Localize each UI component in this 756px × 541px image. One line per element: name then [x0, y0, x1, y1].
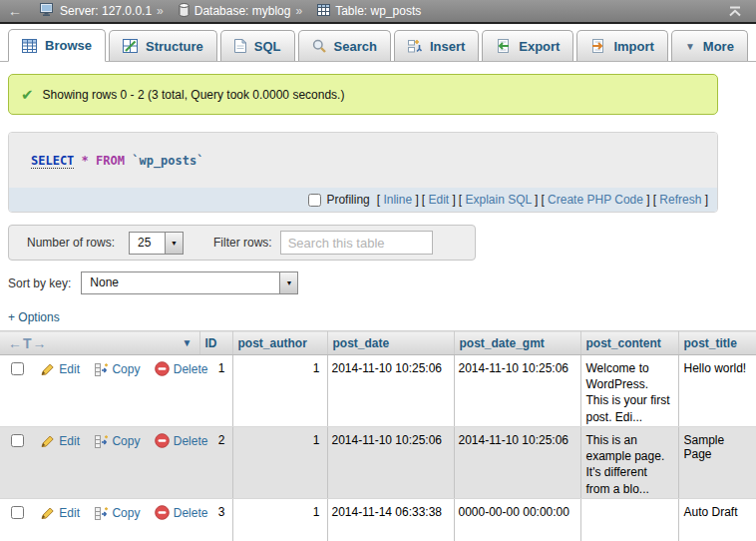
sort-caret-icon[interactable]: ▼	[183, 337, 192, 348]
column-header-post-author[interactable]: post_author	[232, 331, 327, 355]
breadcrumb-separator: »	[295, 4, 302, 18]
search-icon	[312, 39, 326, 53]
header-actions-cell: ←T→ ▼	[0, 331, 199, 355]
query-link-php-wrap: Create PHP Code	[541, 193, 649, 207]
delete-row-link[interactable]: Delete	[174, 434, 208, 448]
tab-structure[interactable]: Structure	[109, 30, 217, 61]
cell-post-author: 1	[232, 427, 327, 499]
edit-row-link[interactable]: Edit	[59, 362, 80, 376]
column-header-post-date[interactable]: post_date	[327, 331, 454, 355]
column-header-post-date-gmt[interactable]: post_date_gmt	[454, 331, 580, 355]
cell-post-date: 2014-11-10 10:25:06	[327, 427, 454, 499]
select-caret-icon: ▼	[165, 233, 183, 254]
column-order-icon[interactable]: ←T→	[8, 335, 48, 351]
row-actions-cell: Edit Copy Delete	[0, 355, 199, 427]
row-checkbox[interactable]	[11, 434, 24, 447]
filter-search-input[interactable]	[280, 231, 433, 255]
create-php-code-link[interactable]: Create PHP Code	[548, 193, 643, 207]
delete-row-icon	[155, 361, 170, 379]
breadcrumb-table[interactable]: Table: wp_posts	[317, 4, 421, 19]
copy-row-link[interactable]: Copy	[112, 434, 140, 448]
number-of-rows-label: Number of rows:	[27, 236, 115, 250]
tab-sql[interactable]: SQL	[220, 30, 295, 61]
cell-post-date-gmt: 0000-00-00 00:00:00	[454, 499, 580, 541]
edit-pencil-icon	[40, 507, 55, 523]
row-checkbox[interactable]	[11, 506, 24, 519]
row-checkbox[interactable]	[11, 362, 24, 375]
query-link-refresh-wrap: Refresh	[653, 193, 708, 207]
table-header-row: ←T→ ▼ ID post_author post_date post_date…	[0, 331, 756, 355]
breadcrumb-separator: »	[157, 4, 164, 18]
delete-row-link[interactable]: Delete	[174, 362, 208, 376]
edit-query-link[interactable]: Edit	[428, 193, 449, 207]
sql-keyword-from: FROM	[96, 154, 125, 168]
collapse-panel-icon[interactable]	[728, 6, 742, 17]
edit-pencil-icon	[40, 363, 55, 379]
copy-row-link[interactable]: Copy	[112, 506, 140, 520]
sql-table-name: `wp_posts`	[132, 154, 203, 168]
query-link-explain-wrap: Explain SQL	[459, 193, 539, 207]
tab-more[interactable]: ▼ More	[671, 30, 748, 61]
results-table: ←T→ ▼ ID post_author post_date post_date…	[0, 330, 756, 541]
tab-search[interactable]: Search	[298, 30, 391, 61]
column-header-post-title[interactable]: post_title	[678, 331, 756, 355]
refresh-link[interactable]: Refresh	[659, 193, 701, 207]
sql-star: *	[82, 154, 89, 168]
delete-row-link[interactable]: Delete	[174, 506, 208, 520]
tab-insert[interactable]: Insert	[394, 30, 479, 61]
cell-post-date: 2014-11-14 06:33:38	[327, 499, 454, 541]
query-toolbar: Profiling Inline Edit Explain SQL Create…	[9, 188, 717, 212]
sql-query-text: SELECT * FROM `wp_posts`	[9, 133, 717, 188]
options-toggle[interactable]: + Options	[8, 310, 756, 324]
column-header-id[interactable]: ID	[199, 331, 232, 355]
column-header-post-content[interactable]: post_content	[580, 331, 678, 355]
inline-link[interactable]: Inline	[383, 193, 412, 207]
cell-post-author: 1	[232, 355, 327, 427]
status-message-text: Showing rows 0 - 2 (3 total, Query took …	[43, 88, 345, 102]
copy-row-icon	[94, 507, 108, 523]
tab-export[interactable]: Export	[482, 30, 573, 61]
export-icon	[496, 39, 511, 53]
copy-row-link[interactable]: Copy	[112, 362, 140, 376]
cell-post-author: 1	[232, 499, 327, 541]
sql-query-box: SELECT * FROM `wp_posts` Profiling Inlin…	[8, 132, 718, 213]
delete-row-icon	[155, 433, 170, 451]
sort-by-key-label: Sort by key:	[8, 276, 71, 290]
delete-row-icon	[155, 505, 170, 523]
tab-browse[interactable]: Browse	[8, 29, 106, 62]
cell-post-content	[580, 499, 678, 541]
table-icon	[317, 4, 330, 19]
profiling-checkbox[interactable]	[308, 194, 321, 207]
filter-rows-label: Filter rows:	[213, 236, 272, 250]
cell-post-date-gmt: 2014-11-10 10:25:06	[454, 355, 580, 427]
import-icon	[590, 39, 605, 53]
tab-import[interactable]: Import	[576, 30, 667, 61]
more-caret-icon: ▼	[685, 41, 695, 52]
explain-sql-link[interactable]: Explain SQL	[466, 193, 532, 207]
profiling-label: Profiling	[326, 193, 369, 207]
copy-row-icon	[94, 435, 108, 451]
row-actions-cell: Edit Copy Delete	[0, 499, 199, 541]
breadcrumb-database[interactable]: Database: myblog	[179, 3, 291, 20]
edit-row-link[interactable]: Edit	[59, 434, 80, 448]
breadcrumb-server[interactable]: Server: 127.0.0.1	[40, 3, 152, 19]
query-link-edit-wrap: Edit	[422, 193, 456, 207]
breadcrumb-bar: ← Server: 127.0.0.1 » Database: myblog »…	[0, 0, 756, 24]
sort-by-key-select[interactable]: None ▼	[81, 271, 298, 294]
table-row: Edit Copy Delete 3 1 2014-11-14 06:33:38…	[0, 499, 756, 541]
number-of-rows-select[interactable]: 25 ▼	[129, 232, 184, 255]
insert-icon	[408, 39, 422, 53]
edit-row-link[interactable]: Edit	[59, 506, 80, 520]
structure-icon	[123, 39, 138, 53]
cell-post-title: Sample Page	[678, 427, 756, 499]
query-link-inline-wrap: Inline	[377, 193, 419, 207]
table-row: Edit Copy Delete 2 1 2014-11-10 10:25:06…	[0, 427, 756, 499]
sort-bar: Sort by key: None ▼	[8, 271, 756, 294]
cell-post-title: Hello world!	[678, 355, 756, 427]
sql-keyword-select: SELECT	[31, 154, 74, 169]
select-caret-icon: ▼	[279, 272, 297, 293]
row-actions-cell: Edit Copy Delete	[0, 427, 199, 499]
back-arrow-icon[interactable]: ←	[0, 3, 30, 19]
database-icon	[179, 3, 189, 20]
copy-row-icon	[94, 363, 108, 379]
